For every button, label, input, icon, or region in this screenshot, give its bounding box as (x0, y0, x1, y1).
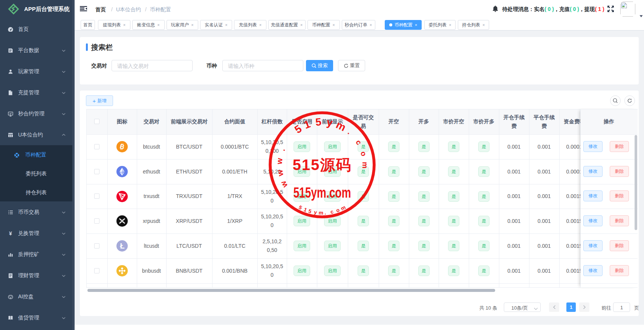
svg-text:Ł: Ł (120, 242, 124, 250)
svg-text:¥: ¥ (9, 230, 12, 236)
